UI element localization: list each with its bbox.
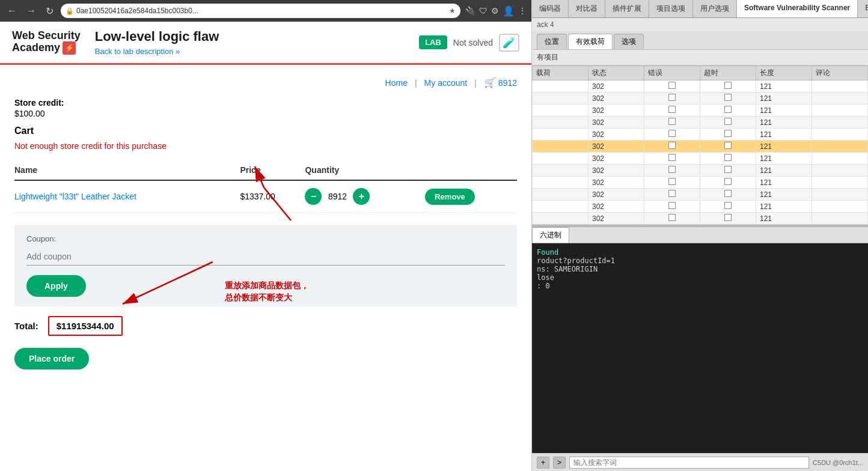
cart-count: 8912 (498, 78, 517, 88)
back-to-lab-link[interactable]: Back to lab description » (95, 47, 419, 56)
cell-comment (812, 189, 868, 201)
cell-error (644, 81, 700, 93)
cell-comment (812, 117, 868, 129)
burp-table-row[interactable]: 302 121 (533, 213, 868, 225)
burp-table-row[interactable]: 302 121 (533, 177, 868, 189)
burp-tab-user-options[interactable]: 用户选项 (693, 0, 737, 17)
burp-tab-encoder[interactable]: 编码器 (532, 0, 569, 17)
refresh-button[interactable]: ↻ (43, 4, 56, 18)
cell-comment (812, 153, 868, 165)
cell-error (644, 129, 700, 141)
burp-bottom-bar: + > C5DU @0rch1t... (532, 453, 868, 471)
burp-prev-button[interactable]: + (537, 457, 549, 469)
col-error: 错误 (644, 66, 700, 81)
col-price: Price (240, 160, 305, 180)
wsa-logo: Web Security Academy ⚡ (12, 30, 81, 55)
burp-search-input[interactable] (569, 457, 809, 469)
cell-status: 302 (588, 105, 644, 117)
forward-button[interactable]: → (24, 4, 38, 17)
cell-timeout (700, 129, 756, 141)
burp-tab-project-options[interactable]: 项目选项 (649, 0, 693, 17)
burp-table-row[interactable]: 302 121 (533, 117, 868, 129)
lab-status: LAB Not solved 🧪 (419, 34, 519, 52)
page-content: Home | My account | 🛒 8912 Store credit:… (0, 65, 531, 471)
home-link[interactable]: Home (385, 78, 408, 88)
star-icon: ★ (449, 7, 456, 15)
cell-payload (533, 213, 588, 225)
burp-sub-tab-position[interactable]: 位置 (537, 34, 567, 49)
ext-icon-3[interactable]: ⚙ (491, 6, 499, 16)
cell-payload (533, 177, 588, 189)
cell-status: 302 (588, 165, 644, 177)
cell-status: 302 (588, 177, 644, 189)
burp-table-row[interactable]: 302 121 (533, 141, 868, 153)
quantity-decrease-button[interactable]: − (305, 188, 322, 205)
burp-next-button[interactable]: > (553, 457, 566, 469)
burp-breadcrumb: ack 4 (532, 18, 868, 31)
col-status: 状态 (588, 66, 644, 81)
response-line-5: : 0 (537, 282, 550, 290)
burp-tab-scanner[interactable]: Software Vulnerability Scanner (737, 0, 858, 17)
table-row: Lightweight "l33t" Leather Jacket $1337.… (14, 180, 517, 213)
cell-length: 121 (756, 177, 812, 189)
cart-icon: 🛒 (484, 77, 496, 88)
burp-sub-tab-payload[interactable]: 有效载荷 (568, 34, 613, 49)
cell-timeout (700, 201, 756, 213)
cell-timeout (700, 177, 756, 189)
cell-timeout (700, 93, 756, 105)
burp-table-row[interactable]: 302 121 (533, 129, 868, 141)
cell-timeout (700, 189, 756, 201)
cell-payload (533, 129, 588, 141)
burp-table-row[interactable]: 302 121 (533, 81, 868, 93)
flask-icon: 🧪 (499, 34, 519, 52)
burp-tab-burpjslink[interactable]: BurpJSLink (858, 0, 868, 17)
cell-length: 121 (756, 117, 812, 129)
url-bar[interactable]: 🔒 0ae100520416a2e584da15bc003b0... ★ (61, 4, 460, 18)
total-row: Total: $11915344.00 (14, 316, 517, 336)
error-message: Not enough store credit for this purchas… (14, 141, 517, 151)
back-button[interactable]: ← (5, 4, 19, 17)
burp-table-row[interactable]: 302 121 (533, 189, 868, 201)
cell-payload (533, 105, 588, 117)
cell-error (644, 177, 700, 189)
place-order-button[interactable]: Place order (14, 348, 89, 369)
burp-hex-tab[interactable]: 六进制 (532, 227, 569, 243)
burp-sub-tab-options[interactable]: 选项 (614, 34, 644, 49)
cell-timeout (700, 213, 756, 225)
ext-icon-1[interactable]: 🔌 (465, 6, 475, 16)
cart-area[interactable]: 🛒 8912 (484, 77, 517, 88)
burp-table-row[interactable]: 302 121 (533, 153, 868, 165)
cell-length: 121 (756, 201, 812, 213)
product-link[interactable]: Lightweight "l33t" Leather Jacket (14, 192, 136, 201)
cell-error (644, 117, 700, 129)
cell-payload (533, 153, 588, 165)
account-icon[interactable]: 👤 (503, 5, 515, 17)
quantity-increase-button[interactable]: + (353, 188, 370, 205)
burp-panel: 编码器 对比器 插件扩展 项目选项 用户选项 Software Vulnerab… (532, 0, 868, 471)
col-comment: 评论 (812, 66, 868, 81)
burp-table-row[interactable]: 302 121 (533, 165, 868, 177)
coupon-input[interactable] (26, 248, 505, 266)
cell-error (644, 93, 700, 105)
burp-table-row[interactable]: 302 121 (533, 105, 868, 117)
burp-tab-compare[interactable]: 对比器 (569, 0, 605, 17)
menu-icon[interactable]: ⋮ (518, 6, 527, 16)
burp-tab-extensions[interactable]: 插件扩展 (605, 0, 649, 17)
burp-table-row[interactable]: 302 121 (533, 93, 868, 105)
burp-footer-label: C5DU @0rch1t... (813, 459, 863, 466)
cell-status: 302 (588, 129, 644, 141)
cell-error (644, 201, 700, 213)
ext-icon-2[interactable]: 🛡 (479, 6, 487, 16)
cell-status: 302 (588, 93, 644, 105)
remove-button[interactable]: Remove (425, 189, 475, 205)
lab-title-area: Low-level logic flaw Back to lab descrip… (95, 29, 419, 56)
wsa-header: Web Security Academy ⚡ Low-level logic f… (0, 22, 531, 65)
lock-icon: 🔒 (66, 7, 74, 15)
cell-comment (812, 201, 868, 213)
col-payload: 载荷 (533, 66, 588, 81)
apply-button[interactable]: Apply (26, 275, 86, 297)
burp-table-row[interactable]: 302 121 (533, 201, 868, 213)
cart-heading: Cart (14, 126, 517, 136)
col-length: 长度 (756, 66, 812, 81)
my-account-link[interactable]: My account (424, 78, 468, 88)
